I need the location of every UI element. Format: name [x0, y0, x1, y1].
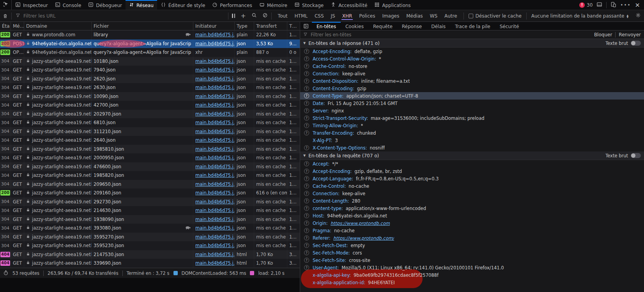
filter-images[interactable]: Images	[379, 12, 402, 20]
column-header-5[interactable]: Type	[235, 22, 254, 30]
help-icon[interactable]: ?	[304, 161, 309, 166]
header-row[interactable]: ?Referer:https://www.protondb.com/	[300, 234, 644, 242]
initiator-link[interactable]: main.bd4b6d75.j…	[195, 234, 235, 240]
request-row[interactable]: 304GETjazzy-starlight-aeea19.netli…35952…	[0, 241, 300, 250]
help-icon[interactable]: ?	[304, 221, 309, 226]
initiator-link[interactable]: main.bd4b6d75.j…	[195, 173, 235, 178]
help-icon[interactable]: ?	[304, 183, 309, 189]
header-row[interactable]: ?User-Agent:Mozilla/5.0 (X11; Linux x86_…	[300, 264, 644, 271]
help-icon[interactable]: ?	[304, 56, 309, 61]
header-row[interactable]: ?Sec-Fetch-Mode:cors	[300, 249, 644, 256]
tool-tab-applications[interactable]: Applications	[371, 0, 414, 10]
header-row[interactable]: ?x-algolia-api-key:9ba0e69fb2974316cdaec…	[300, 271, 644, 279]
sidebar-toggle-button[interactable]	[300, 22, 312, 30]
throttling-dropdown[interactable]: Aucune limitation de la bande passante ▲…	[527, 13, 632, 19]
help-icon[interactable]: ?	[304, 93, 309, 98]
request-row[interactable]: 304GETjazzy-starlight-aeea19.netli…2640.…	[0, 136, 300, 145]
header-row[interactable]: ?Cache-Control:no-store	[300, 62, 644, 70]
filter-autre[interactable]: Autre	[441, 12, 460, 20]
help-icon[interactable]: ?	[304, 101, 309, 106]
initiator-link[interactable]: main.bd4b6d75.j…	[195, 190, 235, 196]
initiator-link[interactable]: main.bd4b6d75.j…	[195, 85, 235, 90]
header-row[interactable]: ?content-type:application/x-www-form-url…	[300, 205, 644, 212]
filter-js[interactable]: JS	[328, 12, 338, 20]
request-row[interactable]: 304GETjazzy-starlight-aeea19.netli…20965…	[0, 180, 300, 189]
filter-tout[interactable]: Tout	[275, 12, 291, 20]
block-url-button[interactable]: Bloquer	[594, 32, 612, 37]
error-count-button[interactable]: ! 30	[579, 2, 593, 8]
initiator-link[interactable]: main.bd4b6d75.j…	[195, 111, 235, 117]
raw-headers-toggle[interactable]	[631, 153, 641, 158]
initiator-link[interactable]: main.bd4b6d75.j…	[195, 59, 235, 64]
filter-css[interactable]: CSS	[311, 12, 327, 20]
response-headers-section-header[interactable]: ▼ En-têtes de la réponse (471 o) Texte b…	[300, 39, 644, 48]
initiator-link[interactable]: main.bd4b6d75.j…	[195, 199, 235, 205]
column-header-4[interactable]: Initiateur	[193, 22, 235, 30]
initiator-link[interactable]: main.bd4b6d75.j…	[195, 129, 235, 134]
header-row[interactable]: ?Sec-Fetch-Site:cross-site	[300, 256, 644, 264]
request-row[interactable]: 304GETjazzy-starlight-aeea19.netli…35952…	[0, 233, 300, 242]
devtools-menu-button[interactable]: •••	[620, 2, 631, 8]
header-row[interactable]: ?Timing-Allow-Origin:*	[300, 122, 644, 129]
details-tab-en-têtes[interactable]: En-têtes	[312, 22, 341, 30]
help-icon[interactable]: ?	[304, 108, 309, 113]
header-row[interactable]: ?Accept-Encoding:gzip, deflate, br, zstd	[300, 167, 644, 175]
help-icon[interactable]: ?	[304, 206, 309, 211]
initiator-link[interactable]: main.bd4b6d75.j…	[195, 120, 235, 125]
header-row[interactable]: ?Host:94he6yatei-dsn.algolia.net	[300, 212, 644, 219]
initiator-link[interactable]: main.bd4b6d75.j…	[195, 76, 235, 82]
header-row[interactable]: ?Strict-Transport-Security:max-age=31536…	[300, 114, 644, 122]
header-row[interactable]: ?Connection:keep-alive	[300, 70, 644, 77]
url-filter-input[interactable]	[23, 13, 227, 19]
details-tab-délais[interactable]: Délais	[426, 22, 450, 30]
disable-cache-control[interactable]: Désactiver le cache	[465, 13, 525, 19]
request-row[interactable]: 304GETjazzy-starlight-aeea19.netli…47660…	[0, 162, 300, 171]
filter-xhr[interactable]: XHR	[339, 12, 356, 20]
initiator-link[interactable]: main.bd4b6d75.j…	[195, 155, 235, 160]
initiator-link[interactable]: main.bd4b6d75.j…	[195, 252, 235, 257]
help-icon[interactable]: ?	[304, 176, 309, 181]
tool-tab-console[interactable]: Console	[51, 0, 85, 10]
request-row[interactable]: 304GETjazzy-starlight-aeea19.netli…29273…	[0, 198, 300, 207]
help-icon[interactable]: ?	[304, 86, 309, 91]
initiator-link[interactable]: main.bd4b6d75.j…	[195, 146, 235, 152]
request-row[interactable]: 200GETwww.protondb.comlibrarymain.bd4b6d…	[0, 30, 300, 39]
initiator-link[interactable]: main.bd4b6d75.j…	[195, 260, 235, 266]
request-row[interactable]: 404GETjazzy-starlight-aeea19.netli…33969…	[0, 259, 300, 268]
column-header-3[interactable]: Fichier	[92, 22, 193, 30]
help-icon[interactable]: ?	[304, 213, 309, 218]
request-row[interactable]: 404GETjazzy-starlight-aeea19.netli…21475…	[0, 250, 300, 259]
tool-tab-m-moire[interactable]: Mémoire	[256, 0, 291, 10]
column-header-6[interactable]: Transfert	[254, 22, 287, 30]
request-headers-section-header[interactable]: ▼ En-têtes de la requête (707 o) Texte b…	[300, 151, 644, 160]
initiator-link[interactable]: main.bd4b6d75.j…	[195, 208, 235, 213]
header-row[interactable]: ?Connection:keep-alive	[300, 190, 644, 197]
initiator-link[interactable]: main.bd4b6d75.j…	[195, 182, 235, 187]
initiator-link[interactable]: main.bd4b6d75.j…	[195, 217, 235, 222]
request-row[interactable]: 304GETjazzy-starlight-aeea19.netli…20009…	[0, 153, 300, 162]
header-row[interactable]: ?X-Content-Type-Options:nosniff	[300, 144, 644, 151]
header-row[interactable]: ?Origin:https://www.protondb.com	[300, 219, 644, 227]
help-icon[interactable]: ?	[304, 243, 309, 248]
responsive-mode-button[interactable]	[610, 2, 616, 9]
request-row[interactable]: 304GETjazzy-starlight-aeea19.netli…19858…	[0, 171, 300, 180]
details-tab-requête[interactable]: Requête	[368, 22, 397, 30]
help-icon[interactable]: ?	[304, 250, 309, 255]
help-icon[interactable]: ?	[304, 265, 309, 270]
tool-tab-inspecteur[interactable]: Inspecteur	[12, 0, 51, 10]
help-icon[interactable]: ?	[304, 130, 309, 135]
request-row[interactable]: 304GETjazzy-starlight-aeea19.netli…19858…	[0, 145, 300, 154]
filter-médias[interactable]: Médias	[403, 12, 426, 20]
headers-filter-input[interactable]	[310, 32, 592, 38]
header-row[interactable]: ?Transfer-Encoding:chunked	[300, 129, 644, 137]
header-value-link[interactable]: https://www.protondb.com	[331, 221, 390, 226]
node-picker-button[interactable]	[0, 0, 12, 10]
resend-button[interactable]: Renvoyer	[619, 32, 641, 37]
request-row[interactable]: 304GETjazzy-starlight-aeea19.netli…19380…	[0, 215, 300, 224]
request-row[interactable]: 304GETjazzy-starlight-aeea19.netli…7940.…	[0, 66, 300, 75]
help-icon[interactable]: ?	[304, 258, 309, 263]
tool-tab-d-bogueur[interactable]: Débogueur	[85, 0, 126, 10]
header-row[interactable]: ?Content-Encoding:gzip	[300, 85, 644, 92]
header-row[interactable]: ?Accept-Language:fr,fr-FR;q=0.8,en-US;q=…	[300, 175, 644, 182]
column-header-0[interactable]: Éta	[0, 22, 11, 30]
